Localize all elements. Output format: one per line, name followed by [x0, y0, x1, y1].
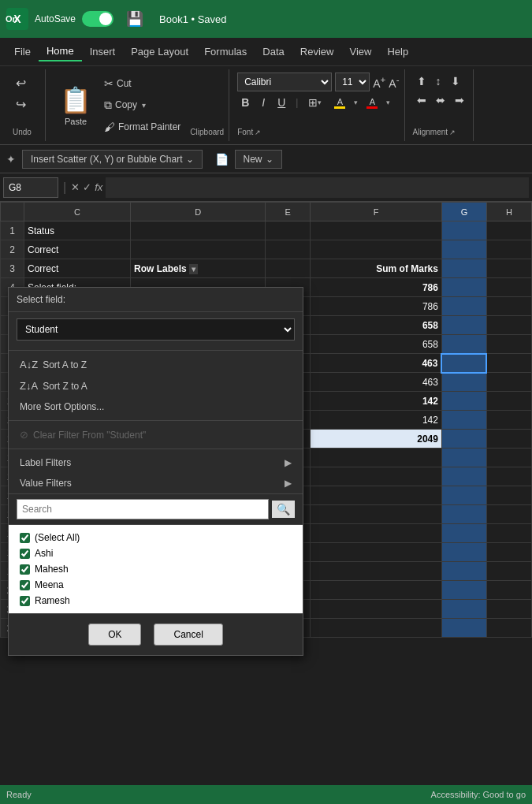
format-painter-action[interactable]: 🖌 Format Painter [101, 119, 184, 135]
cell-f2[interactable] [311, 240, 442, 259]
col-header-d[interactable]: D [131, 203, 266, 221]
paste-button[interactable]: 📋 Paste [54, 73, 98, 138]
increase-font-size-button[interactable]: A+ [373, 74, 385, 90]
field-select[interactable]: Student [17, 318, 295, 341]
checkbox-meena[interactable]: Meena [20, 577, 292, 593]
checkbox-mahesh[interactable]: Mahesh [20, 561, 292, 577]
more-sort-item[interactable]: More Sort Options... [9, 396, 303, 417]
font-name-select[interactable]: Calibri [237, 73, 332, 91]
cell-h10[interactable] [486, 392, 531, 411]
cell-g12[interactable] [441, 430, 486, 449]
sort-az-item[interactable]: A↓Z Sort A to Z [9, 354, 303, 375]
menu-insert[interactable]: Insert [82, 43, 124, 61]
new-button[interactable]: New ⌄ [235, 150, 282, 169]
cell-g5[interactable] [441, 297, 486, 316]
cell-g2[interactable] [441, 240, 486, 259]
cell-h8[interactable] [486, 354, 531, 373]
cell-d2[interactable] [131, 240, 266, 259]
cancel-formula-icon[interactable]: ✕ [71, 181, 80, 193]
col-header-g[interactable]: G [441, 203, 486, 221]
ok-button[interactable]: OK [88, 623, 141, 646]
cell-h4[interactable] [486, 278, 531, 297]
bold-button[interactable]: B [237, 95, 253, 110]
cell-h1[interactable] [486, 221, 531, 240]
cell-e2[interactable] [266, 240, 311, 259]
undo-button[interactable]: ↩ [13, 73, 29, 94]
cell-h12[interactable] [486, 430, 531, 449]
menu-data[interactable]: Data [255, 43, 292, 61]
menu-formulas[interactable]: Formulas [196, 43, 255, 61]
align-left-button[interactable]: ⬅ [413, 91, 430, 109]
checkbox-select-all[interactable]: (Select All) [20, 530, 292, 545]
cell-e1[interactable] [266, 221, 311, 240]
menu-home[interactable]: Home [39, 42, 82, 61]
cell-h6[interactable] [486, 316, 531, 335]
checkbox-ashi[interactable]: Ashi [20, 545, 292, 561]
cell-g7[interactable] [441, 335, 486, 354]
cell-h5[interactable] [486, 297, 531, 316]
cut-action[interactable]: ✂ Cut [101, 76, 184, 91]
cell-g11[interactable] [441, 411, 486, 430]
cell-h2[interactable] [486, 240, 531, 259]
fill-color-button[interactable]: A [330, 95, 349, 110]
cell-c2[interactable]: Correct [24, 240, 131, 259]
align-center-button[interactable]: ⬌ [432, 91, 449, 109]
copy-action[interactable]: ⧉ Copy ▾ [101, 97, 184, 114]
cell-f11[interactable]: 142 [311, 411, 442, 430]
cell-g6[interactable] [441, 316, 486, 335]
menu-page-layout[interactable]: Page Layout [123, 43, 196, 61]
cell-c1[interactable]: Status [24, 221, 131, 240]
cell-g8[interactable] [441, 354, 486, 373]
underline-button[interactable]: U [273, 95, 289, 110]
cell-d3[interactable]: Row Labels ▾ [131, 259, 266, 278]
align-bottom-button[interactable]: ⬇ [447, 73, 464, 90]
font-expand-icon[interactable]: ↗ [255, 128, 261, 136]
confirm-formula-icon[interactable]: ✓ [83, 181, 91, 193]
cell-f7[interactable]: 658 [311, 335, 442, 354]
align-expand-icon[interactable]: ↗ [449, 128, 456, 136]
decrease-font-size-button[interactable]: A- [389, 74, 399, 90]
col-header-h[interactable]: H [486, 203, 531, 221]
cell-f5[interactable]: 786 [311, 297, 442, 316]
cell-g1[interactable] [441, 221, 486, 240]
cell-f1[interactable] [311, 221, 442, 240]
cell-g4[interactable] [441, 278, 486, 297]
cell-f10[interactable]: 142 [311, 392, 442, 411]
formula-input[interactable] [106, 177, 529, 198]
cell-g10[interactable] [441, 392, 486, 411]
cell-e3[interactable] [266, 259, 311, 278]
cell-f9[interactable]: 463 [311, 373, 442, 392]
font-size-select[interactable]: 11 [335, 73, 370, 91]
cancel-button[interactable]: Cancel [154, 623, 222, 646]
search-icon[interactable]: 🔍 [272, 501, 295, 518]
col-header-e[interactable]: E [266, 203, 311, 221]
cell-c3[interactable]: Correct [24, 259, 131, 278]
menu-help[interactable]: Help [379, 43, 416, 61]
sort-za-item[interactable]: Z↓A Sort Z to A [9, 375, 303, 396]
checkbox-ramesh[interactable]: Ramesh [20, 593, 292, 609]
cell-h9[interactable] [486, 373, 531, 392]
align-middle-button[interactable]: ↕ [432, 73, 445, 90]
cell-reference-box[interactable]: G8 [3, 177, 58, 198]
redo-button[interactable]: ↪ [13, 94, 29, 115]
menu-view[interactable]: View [341, 43, 379, 61]
cell-d1[interactable] [131, 221, 266, 240]
borders-button[interactable]: ⊞ ▾ [304, 95, 326, 110]
insert-function-icon[interactable]: fx [95, 181, 102, 193]
cell-f4[interactable]: 786 [311, 278, 442, 297]
filter-search-input[interactable] [17, 499, 269, 519]
value-filters-item[interactable]: Value Filters ▶ [9, 473, 303, 493]
menu-review[interactable]: Review [292, 43, 342, 61]
col-header-c[interactable]: C [24, 203, 131, 221]
cell-h7[interactable] [486, 335, 531, 354]
cell-g9[interactable] [441, 373, 486, 392]
cell-f3[interactable]: Sum of Marks [311, 259, 442, 278]
cell-f8[interactable]: 463 [311, 354, 442, 373]
align-right-button[interactable]: ➡ [451, 91, 468, 109]
cell-h11[interactable] [486, 411, 531, 430]
italic-button[interactable]: I [258, 95, 269, 110]
font-color-button[interactable]: A [363, 95, 381, 110]
cell-f6[interactable]: 658 [311, 316, 442, 335]
col-header-f[interactable]: F [311, 203, 442, 221]
cell-g3[interactable] [441, 259, 486, 278]
